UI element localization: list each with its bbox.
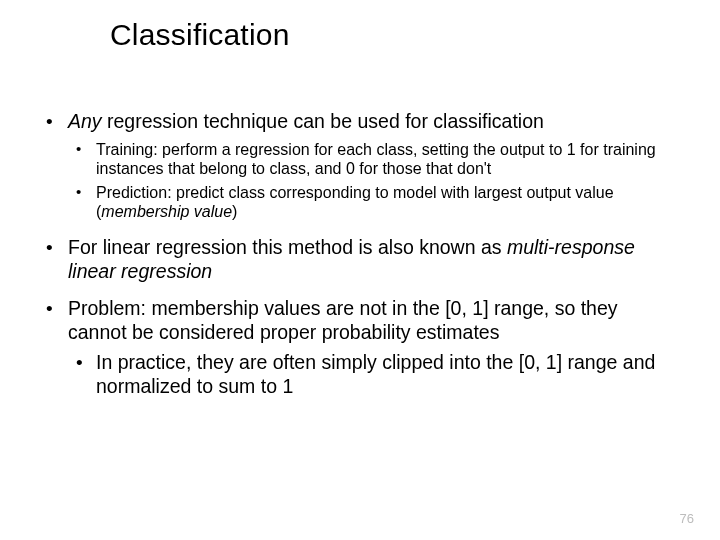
- bullet-1-sublist: Training: perform a regression for each …: [68, 140, 680, 222]
- bullet-3-sublist: In practice, they are often simply clipp…: [68, 351, 680, 399]
- bullet-1-em: Any: [68, 110, 102, 132]
- bullet-1-sub-2: Prediction: predict class corresponding …: [68, 183, 680, 222]
- bullet-2-pre: For linear regression this method is als…: [68, 236, 507, 258]
- slide-title: Classification: [110, 18, 680, 52]
- bullet-3: Problem: membership values are not in th…: [40, 297, 680, 398]
- bullet-1-sub-2-em: membership value: [101, 203, 232, 220]
- bullet-2: For linear regression this method is als…: [40, 236, 680, 284]
- bullet-1-sub-2-post: ): [232, 203, 237, 220]
- bullet-1-text: regression technique can be used for cla…: [102, 110, 544, 132]
- bullet-1-sub-1: Training: perform a regression for each …: [68, 140, 680, 179]
- bullet-1: Any regression technique can be used for…: [40, 110, 680, 222]
- bullet-3-sub-1: In practice, they are often simply clipp…: [68, 351, 680, 399]
- bullet-list: Any regression technique can be used for…: [40, 110, 680, 399]
- page-number: 76: [680, 511, 694, 526]
- bullet-3-text: Problem: membership values are not in th…: [68, 297, 618, 343]
